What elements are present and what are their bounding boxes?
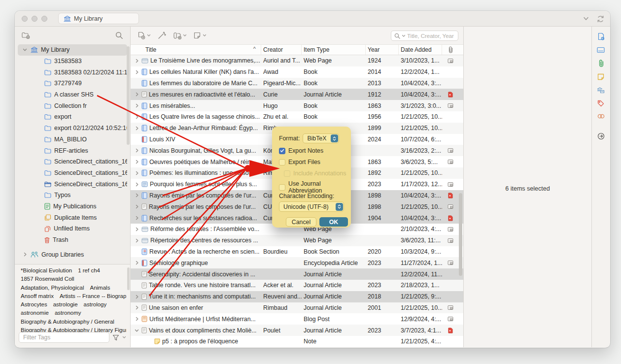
sync-icon[interactable]	[597, 15, 604, 23]
collection-search-icon[interactable]	[115, 32, 123, 39]
zoom-window-button[interactable]	[41, 16, 47, 22]
table-row[interactable]: Les Quatre livres de la sagesse chinois.…	[131, 111, 463, 123]
new-note-button[interactable]	[194, 32, 207, 39]
attachments-icon[interactable]	[598, 60, 604, 67]
checkbox-export-files[interactable]: Export Files	[279, 159, 320, 165]
sidebar-item-collection-fr[interactable]: Collection fr	[18, 100, 127, 111]
chevron-right-icon[interactable]	[134, 59, 139, 63]
table-row[interactable]: Une saison en enferRimbaudJournal Articl…	[131, 302, 463, 314]
chevron-down-icon[interactable]	[134, 329, 139, 332]
column-header-attachment[interactable]	[442, 45, 458, 55]
ok-button[interactable]: OK	[319, 217, 348, 227]
checkbox-use-journal-abbreviation[interactable]: Use Journal Abbreviation	[279, 180, 351, 194]
chevron-right-icon[interactable]	[134, 115, 139, 119]
format-select[interactable]: BibTeX	[303, 133, 339, 143]
table-scrollbar[interactable]	[459, 193, 462, 276]
checkbox-export-notes[interactable]: Export Notes	[279, 147, 323, 154]
sidebar-item-sciencedirect-citations-167647[interactable]: ScienceDirect_citations_167647...	[18, 156, 127, 167]
table-row[interactable]: p5 : à propos de l'éloquenceNote1/21/202…	[131, 336, 463, 347]
column-header-title[interactable]: Title^	[131, 45, 261, 55]
tab-my-library[interactable]: My Library	[58, 13, 139, 24]
abstract-icon[interactable]	[597, 47, 605, 53]
tag[interactable]: Artists -- France -- Biography	[60, 293, 126, 301]
sidebar-item-ma-biblio[interactable]: MA_BIBLIO	[18, 134, 127, 145]
minimize-window-button[interactable]	[32, 16, 37, 22]
table-row[interactable]: Les cellules Natural Killer (NK) dans l'…	[131, 66, 463, 78]
chevron-right-icon[interactable]	[134, 171, 139, 175]
column-header-year[interactable]: Year	[366, 45, 399, 55]
table-row[interactable]: Les misérables...HugoBook18633/1/2023, 3…	[131, 100, 463, 111]
chevron-down-icon[interactable]	[122, 336, 126, 339]
sidebar-item-duplicate-items[interactable]: Duplicate Items	[18, 212, 127, 223]
sidebar-item-trash[interactable]: Trash	[18, 234, 127, 246]
sidebar-item-unfiled-items[interactable]: Unfiled Items	[18, 223, 127, 234]
collapse-item-pane-icon[interactable]	[583, 17, 589, 21]
cancel-button[interactable]: Cancel	[286, 217, 316, 227]
encoding-select[interactable]: Unicode (UTF-8)	[279, 201, 344, 212]
filter-tags-input[interactable]	[19, 332, 109, 343]
sidebar-item-ref-articles[interactable]: REF-articles	[18, 145, 127, 156]
table-row[interactable]: Tune it in: mechanisms and computati...R…	[131, 291, 463, 302]
tag[interactable]: Animals	[90, 285, 110, 293]
column-header-creator[interactable]: Creator	[261, 45, 302, 55]
chevron-right-icon[interactable]	[134, 295, 139, 299]
close-window-button[interactable]	[22, 16, 28, 22]
info-icon[interactable]	[597, 33, 605, 40]
chevron-down-icon[interactable]	[23, 48, 28, 52]
tag[interactable]: Ansoff matrix	[21, 293, 54, 301]
search-box[interactable]	[391, 31, 458, 41]
table-row[interactable]: Sémiologie graphiqueEncyclopedia Article…	[131, 257, 463, 268]
chevron-right-icon[interactable]	[134, 216, 139, 220]
tag[interactable]: astrology	[84, 301, 107, 310]
table-row[interactable]: Les mesures en radioactivité et l'étalo.…	[131, 89, 463, 100]
chevron-right-icon[interactable]	[134, 261, 139, 265]
table-row[interactable]: Table ronde. Vers une histoire transatl.…	[131, 280, 463, 291]
chevron-right-icon[interactable]	[134, 103, 139, 108]
add-attachment-button[interactable]	[173, 32, 187, 39]
table-row[interactable]: Urfist Méditerranée | Urfist Méditerran.…	[131, 313, 463, 325]
chevron-right-icon[interactable]	[134, 227, 139, 232]
chevron-right-icon[interactable]	[134, 305, 139, 310]
tag[interactable]: Biography & Autobiography / General	[21, 319, 114, 327]
sidebar-item-31583583[interactable]: 31583583	[18, 56, 127, 67]
new-collection-button[interactable]	[22, 32, 30, 39]
sidebar-item-export-02-12-2024-10-52-16[interactable]: export 02/12/2024 10:52:16	[18, 123, 127, 134]
checkbox-icon[interactable]	[279, 184, 285, 191]
sidebar-item-group-libraries[interactable]: Group Libraries	[18, 249, 127, 260]
tag[interactable]: 1857 Rosenwald Coll	[21, 276, 74, 284]
chevron-right-icon[interactable]	[134, 126, 139, 131]
tag[interactable]: 1 ref ch4	[78, 267, 100, 276]
sidebar-item-typos[interactable]: Typos	[18, 190, 127, 201]
libraries-icon[interactable]	[597, 87, 605, 94]
sidebar-item-my-library[interactable]: My Library	[18, 44, 127, 56]
sidebar-item-sciencedirect-citations-16820-[interactable]: ScienceDirect_citations_16820...	[18, 167, 127, 179]
tag[interactable]: astronomy	[55, 310, 81, 318]
sidebar-scrollbar[interactable]	[127, 46, 130, 145]
column-header-date-added[interactable]: Date Added	[399, 45, 442, 55]
add-by-identifier-button[interactable]	[158, 32, 166, 39]
chevron-right-icon[interactable]	[134, 238, 139, 243]
chevron-right-icon[interactable]	[134, 193, 139, 198]
sidebar-item-sciencedirect-citations-16820-[interactable]: ScienceDirect_citations_16820...	[18, 178, 127, 190]
table-row[interactable]: Serendipity: Accidental discoveries in .…	[131, 268, 463, 280]
related-icon[interactable]	[597, 113, 605, 119]
chevron-right-icon[interactable]	[23, 252, 28, 257]
chevron-right-icon[interactable]	[134, 160, 139, 164]
sidebar-item-export[interactable]: export	[18, 111, 127, 123]
chevron-right-icon[interactable]	[134, 92, 139, 97]
new-item-button[interactable]	[138, 32, 151, 39]
sidebar-item-37279749[interactable]: 37279749	[18, 78, 127, 89]
checkbox-icon[interactable]	[279, 159, 285, 165]
chevron-right-icon[interactable]	[134, 204, 139, 209]
tag-filter-icon[interactable]	[112, 334, 119, 341]
chevron-right-icon[interactable]	[134, 317, 139, 321]
traffic-lights[interactable]	[22, 16, 47, 22]
chevron-right-icon[interactable]	[134, 70, 139, 74]
locate-icon[interactable]	[597, 132, 605, 140]
checkbox-icon[interactable]	[279, 148, 285, 154]
tag[interactable]: Astrocytes	[21, 301, 47, 310]
chevron-right-icon[interactable]	[134, 182, 139, 187]
sidebar-item-a-classer-shs[interactable]: A classer SHS	[18, 89, 127, 100]
table-row[interactable]: Le Troisième Livre des monogrammes,...Au…	[131, 55, 463, 66]
search-input[interactable]	[407, 33, 455, 39]
